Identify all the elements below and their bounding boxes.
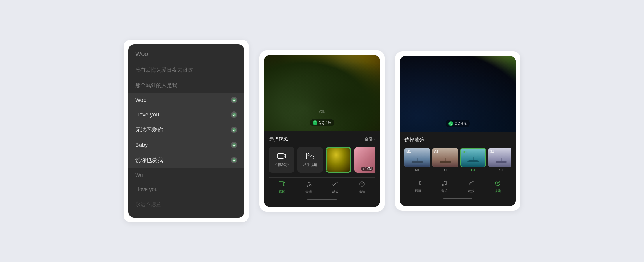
- qq-music-text: QQ音乐: [319, 120, 331, 125]
- camera-icon: [277, 153, 286, 161]
- lyric-item-woo[interactable]: Woo: [128, 93, 244, 107]
- nav-filter-3[interactable]: 滤镜: [495, 180, 501, 193]
- nav-video-icon: [279, 181, 285, 188]
- lyrics-title: Woo: [128, 50, 244, 62]
- video-thumb-selected[interactable]: [326, 147, 351, 173]
- filter-panel-header: 选择滤镜: [404, 137, 511, 143]
- filter-thumb-s1: S1: [488, 148, 511, 167]
- lyric-text: 无法不爱你: [135, 126, 163, 134]
- shoot-button[interactable]: 拍摄30秒: [269, 147, 294, 173]
- filter-thumb-m1: M1: [404, 148, 430, 167]
- lyrics-card: Woo 没有后悔为爱日夜去跟随 那个疯狂的人是我 Woo I love you: [124, 40, 249, 222]
- filter-grid: M1 M1 A1: [404, 148, 511, 172]
- svg-point-17: [451, 123, 451, 124]
- home-bar-3: [443, 198, 472, 199]
- svg-point-22: [467, 160, 479, 162]
- bottom-nav-3: 视频 音乐: [404, 177, 511, 195]
- nav-video[interactable]: 视频: [279, 181, 285, 194]
- filter-s1[interactable]: S1 S1: [488, 148, 511, 172]
- album-button[interactable]: 相册视频: [297, 147, 323, 173]
- svg-rect-26: [415, 181, 419, 185]
- nav-video-3[interactable]: 视频: [415, 180, 421, 193]
- nav-effects-icon-3: [468, 180, 474, 188]
- album-label: 相册视频: [303, 163, 317, 167]
- main-container: Woo 没有后悔为爱日夜去跟随 那个疯狂的人是我 Woo I love you: [112, 28, 532, 234]
- nav-effects-label: 动效: [332, 190, 339, 194]
- filter-panel-title: 选择滤镜: [404, 137, 424, 143]
- nav-filter-icon-3: [495, 180, 501, 188]
- svg-point-1: [232, 113, 236, 117]
- nav-effects-icon: [332, 181, 339, 188]
- phone-ui-3: QQ音乐 选择滤镜: [400, 56, 516, 206]
- check-icon: [231, 127, 237, 133]
- lyric-item-wufa[interactable]: 无法不爱你: [128, 122, 244, 138]
- svg-point-6: [315, 122, 316, 123]
- nav-video-label: 视频: [279, 189, 285, 193]
- shoot-label: 拍摄30秒: [274, 163, 288, 167]
- svg-point-20: [439, 161, 451, 163]
- qq-music-badge-3: QQ音乐: [446, 120, 470, 127]
- lyric-line-2: 那个疯狂的人是我: [128, 78, 244, 93]
- filter-thumb-d1: D1: [460, 148, 486, 167]
- video-grid: 拍摄30秒 相册视频: [269, 147, 375, 173]
- download-badge: ↓ 1.0M: [361, 167, 373, 171]
- nav-music-label: 音乐: [305, 190, 312, 194]
- bottom-nav-2: 视频 音乐: [269, 177, 375, 196]
- lyric-text: I love you: [135, 111, 159, 118]
- filter-code-a1: A1: [434, 150, 438, 153]
- lyric-line-iloveyou2: I love you: [128, 182, 244, 197]
- nav-effects-3[interactable]: 动效: [468, 180, 474, 193]
- svg-point-11: [307, 185, 308, 187]
- filter-a1[interactable]: A1 A1: [432, 148, 458, 172]
- video-thumb-pink[interactable]: ↓ 1.0M: [354, 147, 375, 173]
- filter-code-s1: S1: [490, 150, 494, 153]
- svg-point-4: [232, 158, 236, 162]
- lyric-item-shuoni[interactable]: 说你也爱我: [128, 152, 244, 168]
- filter-panel: 选择滤镜 M1 M1: [400, 132, 516, 206]
- lyric-text: 说你也爱我: [135, 156, 163, 164]
- panel-header: 选择视频 全部 ›: [269, 136, 375, 142]
- check-icon: [231, 97, 237, 103]
- filter-select-card: QQ音乐 选择滤镜: [395, 51, 520, 211]
- lyric-item-iloveyou1[interactable]: I love you: [128, 107, 244, 122]
- filter-d1[interactable]: D1 D1: [460, 148, 486, 172]
- nav-music-label-3: 音乐: [441, 189, 448, 193]
- image-icon: [306, 153, 314, 161]
- panel-all[interactable]: 全部 ›: [365, 137, 375, 142]
- svg-point-28: [446, 184, 447, 185]
- home-indicator: [269, 196, 375, 202]
- svg-point-13: [335, 183, 336, 184]
- nav-music[interactable]: 音乐: [305, 181, 312, 194]
- filter-label-a1: A1: [432, 168, 458, 172]
- panel-title: 选择视频: [269, 136, 288, 142]
- nav-music-3[interactable]: 音乐: [441, 180, 448, 193]
- lyric-line-wu: Wu: [128, 168, 244, 182]
- svg-point-12: [310, 185, 311, 186]
- video-panel: 选择视频 全部 › 拍摄: [264, 131, 380, 207]
- nav-effects-label-3: 动效: [468, 189, 474, 193]
- filter-label-m1: M1: [404, 168, 430, 172]
- lyric-text: Woo: [135, 97, 147, 103]
- svg-point-18: [411, 161, 423, 163]
- nav-filter[interactable]: 滤镜: [359, 181, 365, 194]
- video-preview-3: QQ音乐: [400, 56, 516, 132]
- filter-code-d1: D1: [463, 150, 467, 154]
- phone-ui-2: you QQ音乐 选择视频 全部 ›: [264, 55, 380, 207]
- lyric-text: Baby: [135, 142, 148, 148]
- video-select-card: you QQ音乐 选择视频 全部 ›: [259, 50, 385, 212]
- filter-label-d1: D1: [460, 168, 486, 172]
- lyric-item-baby[interactable]: Baby: [128, 138, 244, 152]
- qq-logo-icon: [313, 120, 317, 125]
- svg-point-9: [308, 153, 309, 155]
- lyrics-panel: Woo 没有后悔为爱日夜去跟随 那个疯狂的人是我 Woo I love you: [128, 44, 244, 218]
- nav-effects[interactable]: 动效: [332, 181, 339, 194]
- check-icon: [231, 157, 237, 163]
- svg-point-0: [232, 98, 236, 102]
- filter-m1[interactable]: M1 M1: [404, 148, 430, 172]
- filter-label-s1: S1: [488, 168, 511, 172]
- check-icon: [231, 142, 237, 148]
- lyric-line-1: 没有后悔为爱日夜去跟随: [128, 62, 244, 78]
- qq-logo-icon-3: [448, 121, 453, 126]
- nav-music-icon: [306, 181, 312, 188]
- svg-point-29: [470, 182, 471, 183]
